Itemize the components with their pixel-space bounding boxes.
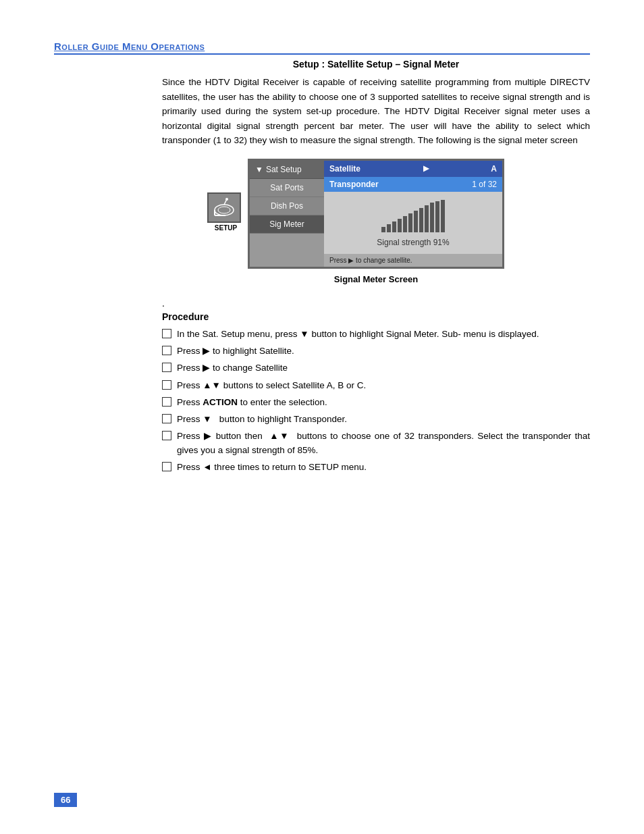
screen-wrapper: SETUP ▼ Sat Setup Sat Ports Dish Pos Sig… xyxy=(162,159,590,291)
list-item: Press ▼ button to highlight Transponder. xyxy=(162,413,590,426)
list-item: Press ▶ button then ▲▼ buttons to choose… xyxy=(162,429,590,457)
bar-12 xyxy=(441,200,445,232)
bar-2 xyxy=(387,224,391,232)
checkbox-icon xyxy=(162,346,171,355)
signal-strength-text: Signal strength 91% xyxy=(377,238,449,247)
bar-5 xyxy=(403,216,407,232)
setup-icon-box xyxy=(207,192,241,223)
page-container: Roller Guide Menu Operations Setup : Sat… xyxy=(0,0,644,834)
arrow-down-icon: ▼ xyxy=(255,165,263,174)
list-item: Press ▶ to highlight Satellite. xyxy=(162,344,590,358)
step-3-text: Press ▶ to change Satellite xyxy=(177,361,590,375)
step-1-text: In the Sat. Setup menu, press ▼ button t… xyxy=(177,328,590,341)
list-item: In the Sat. Setup menu, press ▼ button t… xyxy=(162,328,590,341)
checkbox-icon xyxy=(162,397,171,407)
bar-7 xyxy=(414,211,418,232)
checkbox-icon xyxy=(162,414,171,423)
step-6-text: Press ▼ button to highlight Transponder. xyxy=(177,413,590,426)
procedure-list: In the Sat. Setup menu, press ▼ button t… xyxy=(162,328,590,474)
menu-item-sig-meter[interactable]: Sig Meter xyxy=(250,215,324,234)
signal-area: Signal strength 91% xyxy=(324,192,502,254)
bar-1 xyxy=(381,227,385,232)
header-title: Roller Guide Menu Operations xyxy=(54,41,205,52)
transponder-row: Transponder 1 of 32 xyxy=(324,177,502,192)
menu-item-sat-setup: ▼ Sat Setup xyxy=(250,161,324,179)
menu-item-sat-ports[interactable]: Sat Ports xyxy=(250,179,324,197)
checkbox-icon xyxy=(162,431,171,440)
sat-setup-label: Sat Setup xyxy=(266,165,302,174)
bottom-hint: Press ▶ to change satellite. xyxy=(324,254,502,267)
step-2-text: Press ▶ to highlight Satellite. xyxy=(177,344,590,358)
checkbox-icon xyxy=(162,329,171,338)
submenu-panel: Satellite ▶ A Transponder 1 of 32 xyxy=(324,161,502,267)
section-title: Setup : Satellite Setup – Signal Meter xyxy=(162,59,590,70)
menu-item-dish-pos[interactable]: Dish Pos xyxy=(250,197,324,215)
satellite-value: A xyxy=(491,164,497,174)
arrow-right-icon: ▶ xyxy=(423,164,429,173)
step-5-text: Press ACTION to enter the selection. xyxy=(177,396,590,409)
bar-10 xyxy=(430,203,434,232)
setup-label: SETUP xyxy=(207,224,244,232)
header-section: Roller Guide Menu Operations xyxy=(54,41,590,55)
list-item: Press ▲▼ buttons to select Satellite A, … xyxy=(162,379,590,392)
step-7-text: Press ▶ button then ▲▼ buttons to choose… xyxy=(177,429,590,457)
tv-screen: ▼ Sat Setup Sat Ports Dish Pos Sig Meter… xyxy=(248,159,504,269)
step-4-text: Press ▲▼ buttons to select Satellite A, … xyxy=(177,379,590,392)
page-number: 66 xyxy=(54,793,77,807)
content-section: Setup : Satellite Setup – Signal Meter S… xyxy=(162,59,590,474)
bar-6 xyxy=(408,213,412,232)
signal-bars xyxy=(381,199,445,232)
menu-panel: ▼ Sat Setup Sat Ports Dish Pos Sig Meter xyxy=(250,161,324,267)
svg-point-3 xyxy=(225,198,228,201)
list-item: Press ▶ to change Satellite xyxy=(162,361,590,375)
checkbox-icon xyxy=(162,363,171,372)
bar-9 xyxy=(425,205,429,232)
transponder-value: 1 of 32 xyxy=(472,180,497,189)
submenu-header: Satellite ▶ A xyxy=(324,161,502,177)
svg-point-1 xyxy=(218,207,230,213)
bar-3 xyxy=(392,221,396,232)
satellite-label: Satellite xyxy=(329,164,360,174)
procedure-title: Procedure xyxy=(162,311,590,322)
svg-point-0 xyxy=(215,205,234,215)
screen-outer: SETUP ▼ Sat Setup Sat Ports Dish Pos Sig… xyxy=(248,159,504,291)
dot-separator: . xyxy=(162,298,590,309)
body-text: Since the HDTV Digital Receiver is capab… xyxy=(162,75,590,148)
step-8-text: Press ◄ three times to return to SETUP m… xyxy=(177,461,590,474)
bar-8 xyxy=(419,208,423,232)
list-item: Press ACTION to enter the selection. xyxy=(162,396,590,409)
setup-icon-area: SETUP xyxy=(207,192,244,232)
screen-caption: Signal Meter Screen xyxy=(248,274,504,284)
transponder-label: Transponder xyxy=(329,180,379,189)
checkbox-icon xyxy=(162,462,171,471)
bar-4 xyxy=(398,219,402,232)
checkbox-icon xyxy=(162,380,171,390)
list-item: Press ◄ three times to return to SETUP m… xyxy=(162,461,590,474)
bar-11 xyxy=(435,201,439,232)
